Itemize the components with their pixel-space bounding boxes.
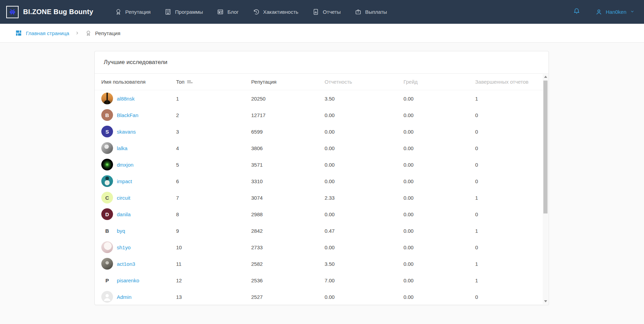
user-link[interactable]: byq [117, 228, 125, 234]
content-area: Лучшие исследователи Имя пользователя То… [0, 43, 644, 305]
breadcrumb-home-label: Главная страница [26, 30, 69, 36]
cell-grade: 0.00 [403, 261, 475, 267]
blog-icon [217, 8, 224, 15]
cell-reporting: 3.50 [325, 261, 403, 267]
cell-reputation: 2527 [251, 294, 325, 300]
user-link[interactable]: pisarenko [117, 278, 139, 283]
notifications-button[interactable] [573, 7, 581, 17]
col-header-completed[interactable]: Завершенных отчетов [475, 79, 549, 85]
cell-reputation: 20250 [251, 96, 325, 102]
breadcrumb-current: Репутация [85, 30, 120, 36]
table-row: Ccircuit730742.330.001 [95, 189, 549, 206]
user-link[interactable]: al88nsk [117, 96, 135, 102]
cell-completed: 0 [475, 145, 549, 151]
cell-reporting: 0.00 [325, 244, 403, 250]
cell-completed: 1 [475, 96, 549, 102]
nav-item-reputation[interactable]: Репутация [115, 8, 151, 15]
col-header-reputation[interactable]: Репутация [251, 79, 325, 85]
cell-completed: 1 [475, 228, 549, 234]
cell-completed: 0 [475, 162, 549, 168]
breadcrumb-home-link[interactable]: Главная страница [15, 30, 69, 36]
cell-grade: 0.00 [403, 278, 475, 283]
card-header: Лучшие исследователи [95, 51, 549, 74]
nav-item-label: Репутация [125, 9, 151, 15]
cell-reputation: 3074 [251, 195, 325, 201]
user-cell: act1on3 [101, 258, 176, 270]
user-link[interactable]: impact [117, 178, 132, 184]
cell-completed: 1 [475, 261, 549, 267]
vertical-scrollbar[interactable] [543, 74, 548, 304]
nav-item-programs[interactable]: Программы [164, 8, 203, 15]
user-link[interactable]: Admin [117, 294, 132, 300]
table-row: BBlackFan2127170.000.000 [95, 107, 549, 123]
cell-reporting: 2.33 [325, 195, 403, 201]
col-header-top[interactable]: Топ [176, 79, 251, 85]
user-menu[interactable]: Han0ken [595, 8, 635, 16]
nav-item-blog[interactable]: Блог [217, 8, 238, 15]
cell-grade: 0.00 [403, 129, 475, 135]
breadcrumb: Главная страница Репутация [0, 24, 644, 43]
user-link[interactable]: skavans [117, 129, 136, 135]
cell-reputation: 3310 [251, 178, 325, 184]
user-cell: Bbyq [101, 225, 176, 237]
top-researchers-card: Лучшие исследователи Имя пользователя То… [94, 51, 549, 305]
cell-top: 10 [176, 244, 251, 250]
cell-reputation: 2988 [251, 211, 325, 217]
avatar: B [101, 225, 113, 237]
cell-completed: 0 [475, 244, 549, 250]
user-cell: Ddanila [101, 208, 176, 220]
scrollbar-thumb[interactable] [543, 81, 548, 213]
bug-logo-icon [8, 8, 17, 16]
user-link[interactable]: sh1yo [117, 244, 131, 250]
table-row: act1on31125823.500.001 [95, 255, 549, 272]
col-header-grade[interactable]: Грейд [403, 79, 475, 85]
cell-reputation: 3571 [251, 162, 325, 168]
cell-reporting: 0.00 [325, 145, 403, 151]
navbar-right: Han0ken [573, 7, 635, 17]
table-row: Ppisarenko1225367.000.001 [95, 272, 549, 289]
scroll-down-button[interactable] [543, 299, 548, 304]
cell-grade: 0.00 [403, 112, 475, 118]
user-cell: sh1yo [101, 241, 176, 253]
avatar: B [101, 109, 113, 121]
col-header-username[interactable]: Имя пользователя [101, 79, 176, 85]
user-link[interactable]: danila [117, 211, 131, 217]
cell-top: 3 [176, 129, 251, 135]
cell-reporting: 7.00 [325, 278, 403, 283]
top-navbar: BI.ZONE Bug Bounty Репутация Программы Б… [0, 0, 644, 24]
user-link[interactable]: circuit [117, 195, 130, 201]
table-row: Sskavans365990.000.000 [95, 123, 549, 140]
user-link[interactable]: lalka [117, 145, 127, 151]
user-cell: Sskavans [101, 126, 176, 137]
avatar [101, 159, 113, 170]
bell-icon [573, 7, 581, 15]
cell-grade: 0.00 [403, 195, 475, 201]
username: Han0ken [606, 9, 626, 15]
building-icon [164, 8, 172, 15]
cell-reporting: 3.50 [325, 96, 403, 102]
user-link[interactable]: BlackFan [117, 112, 139, 118]
user-link[interactable]: dmxjon [117, 162, 133, 168]
cell-grade: 0.00 [403, 244, 475, 250]
breadcrumb-separator-icon [75, 31, 80, 35]
user-cell: lalka [101, 142, 176, 154]
nav-item-hackactivity[interactable]: Хакактивность [253, 8, 298, 15]
nav-item-reports[interactable]: Отчеты [312, 8, 341, 15]
cell-grade: 0.00 [403, 162, 475, 168]
main-nav: Репутация Программы Блог Хакактивность О… [115, 8, 387, 15]
cell-reputation: 3806 [251, 145, 325, 151]
col-header-reporting[interactable]: Отчетность [325, 79, 403, 85]
table-row: Ddanila829880.000.000 [95, 206, 549, 222]
cell-top: 5 [176, 162, 251, 168]
bizone-logo[interactable] [6, 6, 19, 18]
chevron-down-icon [630, 9, 635, 15]
scroll-up-button[interactable] [543, 74, 548, 80]
report-icon [312, 8, 319, 15]
cell-grade: 0.00 [403, 211, 475, 217]
avatar: S [101, 126, 113, 137]
table-header: Имя пользователя Топ Репутация Отчетност… [95, 74, 549, 90]
cell-top: 6 [176, 178, 251, 184]
briefcase-icon [355, 8, 362, 15]
user-link[interactable]: act1on3 [117, 261, 135, 267]
nav-item-payouts[interactable]: Выплаты [355, 8, 387, 15]
